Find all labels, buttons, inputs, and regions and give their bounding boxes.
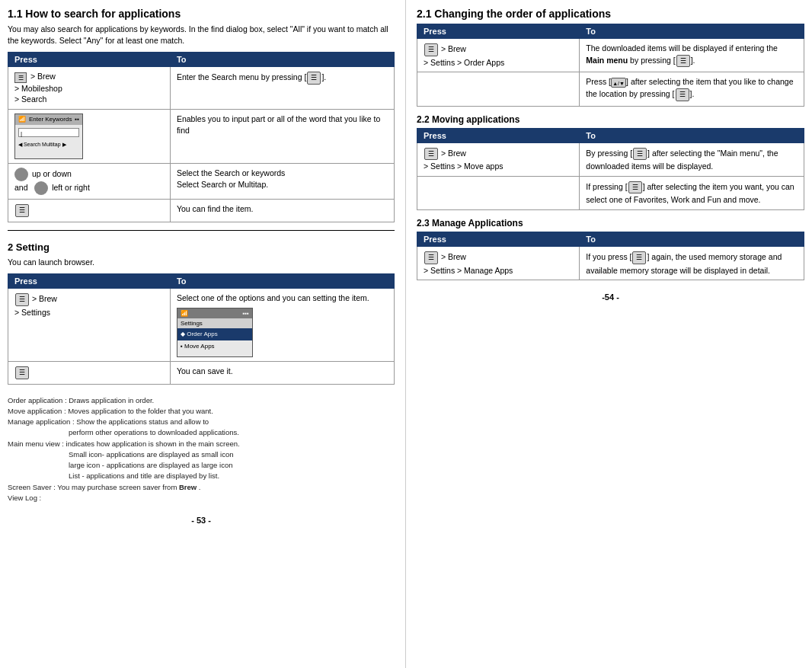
table-row: ☰ > Brew > Settings Select one of the op… xyxy=(8,289,395,362)
to-cell-updown: Press [▲/▼] after selecting the item tha… xyxy=(580,72,804,106)
footnote-line: Screen Saver : You may purchase screen s… xyxy=(8,482,395,493)
to-cell-settings: Select one of the options and you can se… xyxy=(170,289,394,362)
to-cell-save: You can save it. xyxy=(170,361,394,384)
to-cell-manage: If you press [☰] again, the used memory … xyxy=(580,247,804,280)
footnote-line: perform other operations to downloaded a… xyxy=(8,427,395,438)
search-table: Press To ☰ > Brew > Mobileshop > Search … xyxy=(8,52,395,222)
col-to-r3: To xyxy=(580,232,804,247)
col-to-1: To xyxy=(170,53,394,67)
dpad-icon xyxy=(14,168,28,181)
press-cell-screen: 📶 Enter Keywords ▪▪ | ◀ Search Multitap … xyxy=(8,109,171,163)
updown-icon: ▲/▼ xyxy=(611,78,626,88)
right-section3-title: 2.3 Manage Applications xyxy=(417,218,804,229)
manage-apps-table: Press To ☰ > Brew > Settins > Manage App… xyxy=(417,232,804,280)
press-cell-empty2 xyxy=(417,176,580,209)
page-number-right: -54 - xyxy=(417,292,804,302)
menu-key-r2: ☰ xyxy=(676,88,689,101)
menu-icon: ☰ xyxy=(14,72,27,83)
col-to-r1: To xyxy=(580,24,804,39)
col-press-1: Press xyxy=(8,53,171,67)
main-menu-bold: Main menu xyxy=(586,56,628,65)
footnotes: Order application : Draws application in… xyxy=(8,395,395,504)
to-cell: Enter the Search menu by pressing [☰]. xyxy=(170,67,394,110)
menu-key-r4: ☰ xyxy=(628,181,642,194)
table-row: ☰ > Brew > Mobileshop > Search Enter the… xyxy=(8,67,395,110)
table-row: ☰ You can find the item. xyxy=(8,199,395,222)
footnote-line: Small icon- applications are displayed a… xyxy=(8,449,395,460)
press-cell-order: ☰ > Brew > Settins > Order Apps xyxy=(417,39,580,72)
table-row: ☰ > Brew > Settins > Order Apps The down… xyxy=(417,39,804,72)
press-cell: ☰ > Brew > Mobileshop > Search xyxy=(8,67,171,110)
menu-icon-3: ☰ xyxy=(15,293,29,306)
menu-key-r3: ☰ xyxy=(633,148,647,161)
press-cell-move: ☰ > Brew > Settins > Move apps xyxy=(417,142,580,176)
to-cell-move: By pressing [☰] after selecting the "Mai… xyxy=(580,142,804,176)
to-cell-move2: If pressing [☰] after selecting the item… xyxy=(580,176,804,209)
menu-key-icon-4: ☰ xyxy=(15,366,29,379)
footnote-line: Move application : Moves application to … xyxy=(8,406,395,417)
table-row: up or down and left or right Select the … xyxy=(8,163,395,199)
right-section2-title: 2.2 Moving applications xyxy=(417,114,804,125)
press-cell-manage: ☰ > Brew > Settins > Manage Apps xyxy=(417,247,580,280)
dpad-icon-2 xyxy=(34,181,48,195)
footnote-line: List - applications and title are displa… xyxy=(8,471,395,481)
press-cell-save: ☰ xyxy=(8,361,171,384)
divider-1 xyxy=(8,230,395,231)
press-cell-menu: ☰ xyxy=(8,199,171,222)
to-cell-dpad: Select the Search or keywords Select Sea… xyxy=(170,163,394,199)
menu-key-icon-2: ☰ xyxy=(15,204,29,217)
left-page: 1.1 How to search for applications You m… xyxy=(0,0,406,668)
col-press-r1: Press xyxy=(417,24,580,39)
press-cell-settings: ☰ > Brew > Settings xyxy=(8,289,171,362)
footnote-line: View Log : xyxy=(8,493,395,503)
col-press-r2: Press xyxy=(417,128,580,142)
footnote-line: Manage application : Show the applicatio… xyxy=(8,417,395,427)
right-page: 2.1 Changing the order of applications P… xyxy=(406,0,812,668)
move-apps-table: Press To ☰ > Brew > Settins > Move apps … xyxy=(417,128,804,211)
col-to-r2: To xyxy=(580,128,804,142)
keywords-screen: 📶 Enter Keywords ▪▪ | ◀ Search Multitap … xyxy=(14,113,83,159)
table-row: Press [▲/▼] after selecting the item tha… xyxy=(417,72,804,106)
right-section1-title: 2.1 Changing the order of applications xyxy=(417,8,804,20)
table-row: ☰ > Brew > Settins > Manage Apps If you … xyxy=(417,247,804,280)
to-cell-order: The downloaded items will be displayed i… xyxy=(580,39,804,72)
menu-key-icon-r1: ☰ xyxy=(676,55,690,68)
footnote-line: Main menu view : indicates how applicati… xyxy=(8,439,395,449)
table-row: 📶 Enter Keywords ▪▪ | ◀ Search Multitap … xyxy=(8,109,395,163)
table-row: ☰ > Brew > Settins > Move apps By pressi… xyxy=(417,142,804,176)
press-cell-empty1 xyxy=(417,72,580,106)
table-row: If pressing [☰] after selecting the item… xyxy=(417,176,804,209)
menu-icon-r2: ☰ xyxy=(424,148,438,161)
settings-screen: 📶 ▪▪▪ Settings ◆ Order Apps ▪ Move Apps xyxy=(177,308,253,357)
section2-intro: You can launch browser. xyxy=(8,257,395,268)
page-number-left: - 53 - xyxy=(8,516,395,525)
brew-bold: Brew xyxy=(179,483,197,491)
setting-table: Press To ☰ > Brew > Settings Select one … xyxy=(8,273,395,384)
col-press-r3: Press xyxy=(417,232,580,247)
footnote-line: Order application : Draws application in… xyxy=(8,395,395,406)
menu-key-icon: ☰ xyxy=(307,72,321,85)
section2-title: 2 Setting xyxy=(8,241,395,253)
to-cell-find: You can find the item. xyxy=(170,199,394,222)
menu-icon-r3: ☰ xyxy=(424,251,438,264)
menu-key-r5: ☰ xyxy=(632,251,646,264)
to-cell-keywords: Enables you to input part or all of the … xyxy=(170,109,394,163)
order-apps-table: Press To ☰ > Brew > Settins > Order Apps… xyxy=(417,24,804,107)
section1-intro: You may also search for applications by … xyxy=(8,24,395,46)
menu-icon-r1: ☰ xyxy=(424,43,438,56)
footnote-line: large icon - applications are displayed … xyxy=(8,460,395,471)
section1-title: 1.1 How to search for applications xyxy=(8,8,395,20)
table-row: ☰ You can save it. xyxy=(8,361,395,384)
col-to-2: To xyxy=(170,274,394,289)
press-cell-dpad: up or down and left or right xyxy=(8,163,171,199)
col-press-2: Press xyxy=(8,274,171,289)
